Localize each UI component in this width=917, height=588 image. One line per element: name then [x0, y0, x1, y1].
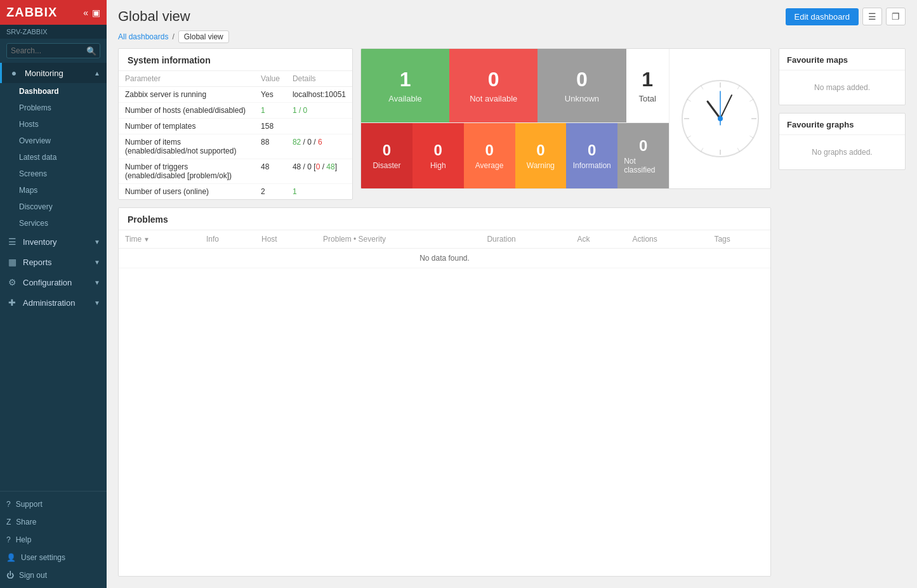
topbar: Global view Edit dashboard ☰ ❐: [107, 0, 917, 30]
sidebar-item-reports[interactable]: ▦ Reports ▼: [0, 252, 107, 272]
user-settings-icon: 👤: [6, 553, 16, 562]
sev-not-classified-number: 0: [639, 137, 647, 155]
sidebar-sub-overview[interactable]: Overview: [0, 133, 107, 149]
sidebar-item-monitoring[interactable]: ● Monitoring ▲: [0, 63, 107, 83]
edit-dashboard-button[interactable]: Edit dashboard: [786, 8, 859, 25]
sev-high: 0 High: [412, 123, 464, 188]
avail-available-label: Available: [388, 94, 422, 103]
configuration-arrow: ▼: [94, 279, 100, 286]
host-availability-widget: 1 Available 0 Not available 0 Unknown: [361, 49, 669, 188]
sidebar-search-area: 🔍: [0, 39, 107, 63]
sysinfo-title: System information: [119, 49, 352, 71]
sign-out-label: Sign out: [19, 571, 47, 580]
sidebar-sub-latest-data[interactable]: Latest data: [0, 149, 107, 166]
user-settings-link[interactable]: 👤 User settings: [0, 549, 107, 566]
avail-unknown-label: Unknown: [565, 94, 599, 103]
help-link[interactable]: ? Help: [0, 531, 107, 549]
problems-no-data-row: No data found.: [119, 249, 770, 268]
problems-col-time[interactable]: Time: [119, 230, 200, 249]
table-row: Number of hosts (enabled/disabled)11 / 0: [119, 103, 352, 119]
collapse-icon[interactable]: «: [83, 8, 88, 18]
sysinfo-value: Yes: [254, 87, 286, 103]
sev-average-label: Average: [475, 161, 503, 170]
sev-disaster-label: Disaster: [373, 161, 400, 170]
sidebar-sub-dashboard[interactable]: Dashboard: [0, 83, 107, 100]
inventory-icon: ☰: [6, 237, 18, 247]
avail-available: 1 Available: [361, 49, 449, 122]
sysinfo-value: 48: [254, 159, 286, 184]
sysinfo-widget: System information Parameter Value Detai…: [118, 48, 353, 200]
problems-col-info[interactable]: Info: [200, 230, 255, 249]
sysinfo-col-value: Value: [254, 71, 286, 87]
sysinfo-value: 88: [254, 134, 286, 159]
favourite-graphs-empty: No graphs added.: [779, 135, 905, 169]
sev-warning-label: Warning: [527, 161, 555, 170]
topbar-actions: Edit dashboard ☰ ❐: [786, 8, 906, 25]
sysinfo-param: Zabbix server is running: [119, 87, 254, 103]
sign-out-link[interactable]: ⏻ Sign out: [0, 566, 107, 584]
sev-information: 0 Information: [566, 123, 617, 188]
problems-col-host[interactable]: Host: [255, 230, 317, 249]
sysinfo-param: Number of hosts (enabled/disabled): [119, 103, 254, 119]
problems-table: Time Info Host Problem • Severity Durati…: [119, 230, 770, 268]
avail-total-label: Total: [639, 94, 656, 103]
problems-col-problem[interactable]: Problem • Severity: [317, 230, 480, 249]
sysinfo-details: 1 / 0: [286, 103, 352, 119]
problems-col-tags[interactable]: Tags: [708, 230, 770, 249]
view-list-button[interactable]: ☰: [862, 8, 882, 25]
favourite-maps-widget: Favourite maps No maps added.: [779, 48, 906, 105]
sev-not-classified: 0 Not classified: [617, 123, 669, 188]
search-icon: 🔍: [86, 46, 96, 56]
user-settings-label: User settings: [21, 553, 65, 562]
sysinfo-value: 158: [254, 119, 286, 134]
sidebar: ZABBIX « ▣ SRV-ZABBIX 🔍 ● Monitoring ▲ D…: [0, 0, 107, 588]
expand-icon[interactable]: ▣: [92, 8, 100, 18]
breadcrumb-all-dashboards[interactable]: All dashboards: [118, 32, 168, 41]
sidebar-item-configuration[interactable]: ⚙ Configuration ▼: [0, 272, 107, 292]
sysinfo-details: 48 / 0 [0 / 48]: [286, 159, 352, 184]
problems-no-data: No data found.: [119, 249, 770, 268]
sysinfo-details: [286, 119, 352, 134]
sev-warning: 0 Warning: [515, 123, 567, 188]
sysinfo-tbody: Zabbix server is runningYeslocalhost:100…: [119, 87, 352, 200]
problems-col-ack[interactable]: Ack: [571, 230, 626, 249]
sidebar-sub-problems[interactable]: Problems: [0, 100, 107, 116]
favourite-maps-empty: No maps added.: [779, 70, 905, 105]
sidebar-sub-screens[interactable]: Screens: [0, 166, 107, 182]
sev-not-classified-label: Not classified: [624, 157, 663, 174]
problems-col-duration[interactable]: Duration: [480, 230, 571, 249]
severity-grid: 0 Disaster 0 High 0 Average: [361, 122, 669, 188]
reports-icon: ▦: [6, 257, 18, 267]
sidebar-sub-services[interactable]: Services: [0, 215, 107, 232]
support-link[interactable]: ? Support: [0, 495, 107, 513]
sidebar-header-icons: « ▣: [83, 8, 100, 18]
problems-col-actions[interactable]: Actions: [626, 230, 708, 249]
configuration-icon: ⚙: [6, 277, 18, 287]
favourite-graphs-widget: Favourite graphs No graphs added.: [779, 113, 906, 170]
sev-disaster-number: 0: [383, 141, 391, 159]
svg-point-16: [718, 116, 723, 121]
reports-arrow: ▼: [94, 259, 100, 266]
sidebar-item-administration[interactable]: ✚ Administration ▼: [0, 292, 107, 313]
sidebar-sub-hosts[interactable]: Hosts: [0, 116, 107, 133]
share-link[interactable]: Z Share: [0, 513, 107, 531]
sidebar-sub-maps[interactable]: Maps: [0, 182, 107, 199]
table-row: Number of triggers (enabled/disabled [pr…: [119, 159, 352, 184]
sysinfo-details: 1: [286, 184, 352, 200]
help-label: Help: [16, 535, 32, 544]
sev-disaster: 0 Disaster: [361, 123, 412, 188]
sysinfo-param: Number of triggers (enabled/disabled [pr…: [119, 159, 254, 184]
avail-total: 1 Total: [626, 49, 669, 122]
favourite-maps-title: Favourite maps: [779, 49, 905, 70]
administration-arrow: ▼: [94, 299, 100, 306]
configuration-label: Configuration: [23, 278, 89, 287]
left-panel: System information Parameter Value Detai…: [118, 48, 771, 577]
problems-title: Problems: [119, 208, 770, 230]
sidebar-item-inventory[interactable]: ☰ Inventory ▼: [0, 232, 107, 252]
clock-face: [679, 77, 762, 160]
sidebar-sub-discovery[interactable]: Discovery: [0, 199, 107, 215]
sysinfo-param: Number of users (online): [119, 184, 254, 200]
avail-not-available-label: Not available: [470, 94, 517, 103]
sysinfo-details: localhost:10051: [286, 87, 352, 103]
fullscreen-button[interactable]: ❐: [886, 8, 906, 25]
